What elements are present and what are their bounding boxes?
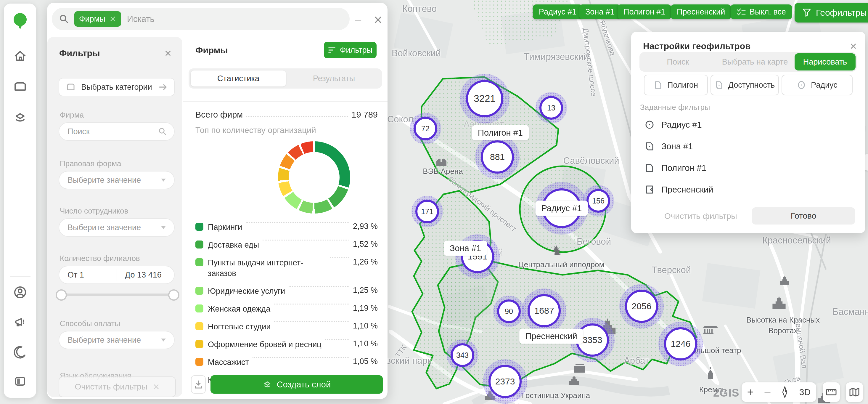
applied-filter-district[interactable]: Пресненский <box>644 184 713 195</box>
draw-radius-button[interactable]: Радиус <box>781 75 852 95</box>
legal-form-select[interactable]: Выберите значение <box>59 171 175 189</box>
applied-filter-zone[interactable]: Зона #1 <box>644 141 713 152</box>
clear-filters-x-icon: ✕ <box>153 382 160 392</box>
create-layer-label: Создать слой <box>277 380 331 389</box>
geofilter-shape-label[interactable]: Радиус #1 <box>535 201 588 216</box>
branches-slider-track[interactable] <box>60 293 174 296</box>
layers-icon[interactable] <box>11 108 29 126</box>
geofilter-chip[interactable]: Радиус #1 <box>533 4 582 19</box>
zoom-in-button[interactable]: + <box>747 386 753 398</box>
toggle-panel-icon[interactable] <box>11 372 29 390</box>
geofilters-done-button[interactable]: Готово <box>752 207 855 225</box>
3d-button[interactable]: 3D <box>799 387 811 397</box>
cluster-count: 343 <box>451 343 474 367</box>
slider-handle-right[interactable] <box>168 289 179 300</box>
legend-value: 1,19 % <box>353 304 378 313</box>
sidebar <box>4 4 36 398</box>
geofilters-panel: Настройки геофильтров ✕ Поиск Выбрать на… <box>631 32 865 233</box>
geofilter-shape-label[interactable]: Зона #1 <box>444 241 487 256</box>
profile-icon[interactable] <box>11 284 29 301</box>
legend-value: 1,26 % <box>353 257 378 266</box>
geofilter-chip[interactable]: Зона #1 <box>579 4 621 19</box>
geofilters-button[interactable]: Геофильтры <box>795 3 868 23</box>
funnel-icon <box>802 8 811 17</box>
legend-row[interactable]: Юридические услуги1,25 % <box>195 286 378 296</box>
cluster-count: 1687 <box>528 294 561 327</box>
sidebar-divider <box>10 276 30 277</box>
branches-to-input[interactable]: До 13 416 <box>125 270 174 280</box>
firm-search-input[interactable]: Поиск <box>59 122 175 141</box>
geofilter-chip[interactable]: Пресненский <box>671 4 731 19</box>
projects-folder-icon[interactable] <box>11 78 29 95</box>
clear-filters-button[interactable]: Очистить фильтры ✕ <box>59 376 176 397</box>
announcements-icon[interactable] <box>11 313 29 331</box>
legal-form-placeholder: Выберите значение <box>67 176 141 185</box>
applied-filter-polygon[interactable]: Полигон #1 <box>644 163 713 173</box>
geofilter-shape-label[interactable]: Полигон #1 <box>472 125 529 140</box>
disable-all-button[interactable]: Выкл. все <box>731 4 792 19</box>
firms-filters-button[interactable]: Фильтры <box>324 42 377 58</box>
tab-pick-on-map[interactable]: Выбрать на карте <box>716 57 794 67</box>
map-zoom-controls: + – 3D <box>742 382 816 402</box>
legend-row[interactable]: Ногтевые студии1,10 % <box>195 321 378 332</box>
tab-search[interactable]: Поиск <box>640 57 716 67</box>
tab-draw[interactable]: Нарисовать <box>795 53 856 70</box>
download-icon <box>194 380 203 389</box>
create-layer-button[interactable]: Создать слой <box>211 375 383 394</box>
legend-row[interactable]: Доставка еды1,52 % <box>195 240 378 250</box>
geofilters-close-icon[interactable]: ✕ <box>850 41 857 52</box>
legend-leader <box>289 286 349 287</box>
applied-filter-label: Зона #1 <box>661 142 693 151</box>
filters-close-icon[interactable]: ✕ <box>164 48 172 59</box>
tab-statistics[interactable]: Статистика <box>191 70 286 86</box>
legend-row[interactable]: Паркинги2,93 % <box>195 222 378 232</box>
2gis-logo[interactable] <box>11 12 29 30</box>
geofilters-clear-button[interactable]: Очистить фильтры <box>664 211 737 221</box>
search-input[interactable]: Искать <box>127 14 155 24</box>
legend-value: 1,05 % <box>353 357 378 366</box>
applied-filters-list: Радиус #1Зона #1Полигон #1Пресненский <box>644 119 713 206</box>
compass-icon[interactable] <box>781 386 788 398</box>
legend-leader <box>246 222 349 223</box>
branches-from-input[interactable]: От 1 <box>67 270 117 280</box>
legend-leader <box>262 240 349 240</box>
ruler-button[interactable] <box>823 382 840 402</box>
legend-row[interactable]: Оформление бровей и ресниц1,10 % <box>195 339 378 350</box>
legend-label: Массажист <box>208 357 249 368</box>
divider <box>183 101 388 102</box>
search-bar[interactable]: Фирмы ✕ Искать <box>52 8 350 30</box>
total-firms-row: Всего фирм 19 789 <box>195 110 378 120</box>
cluster-count: 881 <box>481 140 514 174</box>
download-button[interactable] <box>191 375 206 394</box>
employees-select[interactable]: Выберите значение <box>59 218 175 237</box>
search-tag-firms[interactable]: Фирмы ✕ <box>74 11 121 27</box>
zoom-out-button[interactable]: – <box>764 386 770 398</box>
applied-filters-label: Заданные фильтры <box>640 103 710 112</box>
search-tag-close-icon[interactable]: ✕ <box>110 14 116 24</box>
night-mode-icon[interactable] <box>11 343 29 360</box>
chevron-down-icon <box>160 338 166 342</box>
select-categories-button[interactable]: Выбрать категории <box>59 78 175 96</box>
tab-results[interactable]: Результаты <box>286 74 382 83</box>
legend-row[interactable]: Пункты выдачи интернет-заказов1,26 % <box>195 257 378 279</box>
geofilter-chip[interactable]: Полигон #1 <box>618 4 671 19</box>
applied-filter-radius[interactable]: Радиус #1 <box>644 119 713 130</box>
clear-filters-label: Очистить фильтры <box>74 382 148 392</box>
draw-accessibility-button[interactable]: Доступность <box>711 75 779 95</box>
draw-polygon-button[interactable]: Полигон <box>644 75 708 95</box>
home-icon[interactable] <box>11 47 29 64</box>
minimize-button[interactable]: – <box>355 15 361 26</box>
legend-row[interactable]: Женская одежда1,19 % <box>195 304 378 314</box>
payment-select[interactable]: Выберите значение <box>59 331 175 349</box>
geofilter-shape-label[interactable]: Пресненский <box>519 329 583 344</box>
map-layers-button[interactable] <box>846 382 863 402</box>
slider-handle-left[interactable] <box>56 289 67 300</box>
employees-placeholder: Выберите значение <box>67 223 141 232</box>
firm-search-placeholder: Поиск <box>67 127 90 136</box>
cluster-count: 13 <box>539 96 563 120</box>
applied-filter-label: Пресненский <box>661 185 713 195</box>
chip-label: Выкл. все <box>750 7 786 17</box>
cluster-count: 72 <box>413 117 437 140</box>
close-button[interactable]: ✕ <box>373 15 383 26</box>
legend-row[interactable]: Массажист1,05 % <box>195 357 378 368</box>
